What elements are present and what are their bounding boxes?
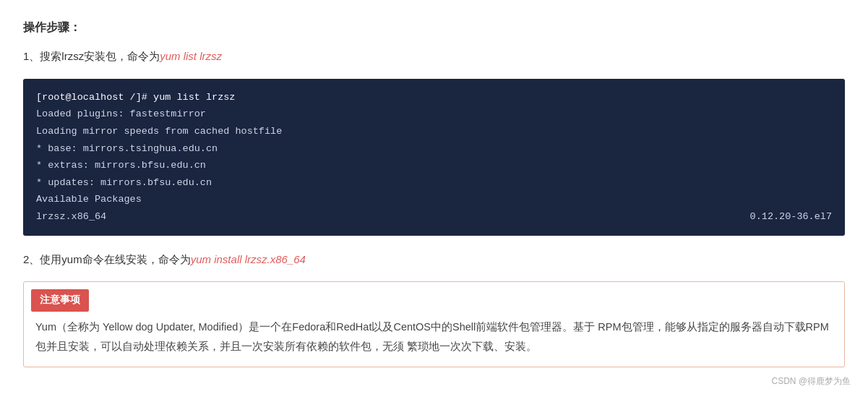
note-box: 注意事项 Yum（全称为 Yellow dog Updater, Modifie… <box>23 281 845 367</box>
step2-prefix: 2、使用yum命令在线安装，命令为 <box>23 253 191 265</box>
step1-text: 1、搜索lrzsz安装包，命令为yum list lrzsz <box>23 47 845 66</box>
terminal-line-8-right: 0.12.20-36.el7 <box>750 208 832 226</box>
section-title: 操作步骤： <box>23 17 845 37</box>
terminal-line-8-left: lrzsz.x86_64 <box>36 208 106 226</box>
note-header: 注意事项 <box>31 289 89 312</box>
step1-cmd: yum list lrzsz <box>160 50 222 62</box>
step2-text: 2、使用yum命令在线安装，命令为yum install lrzsz.x86_6… <box>23 250 845 269</box>
terminal-line-8: lrzsz.x86_64 0.12.20-36.el7 <box>36 208 832 226</box>
note-content: Yum（全称为 Yellow dog Updater, Modified）是一个… <box>24 312 844 367</box>
step1-prefix: 1、搜索lrzsz安装包，命令为 <box>23 50 160 62</box>
terminal-line-2: Loaded plugins: fastestmirror <box>36 106 832 123</box>
terminal-line-6: * updates: mirrors.bfsu.edu.cn <box>36 174 832 192</box>
terminal-line-4: * base: mirrors.tsinghua.edu.cn <box>36 140 832 158</box>
footer-credit: CSDN @得鹿梦为鱼 <box>771 374 851 388</box>
terminal-line-5: * extras: mirrors.bfsu.edu.cn <box>36 157 832 174</box>
terminal-line-1: [root@localhost /]# yum list lrzsz <box>36 89 832 106</box>
terminal-block: [root@localhost /]# yum list lrzsz Loade… <box>23 79 845 236</box>
terminal-line-7: Available Packages <box>36 191 832 208</box>
terminal-line-3: Loading mirror speeds from cached hostfi… <box>36 123 832 140</box>
step2-cmd: yum install lrzsz.x86_64 <box>191 253 306 265</box>
